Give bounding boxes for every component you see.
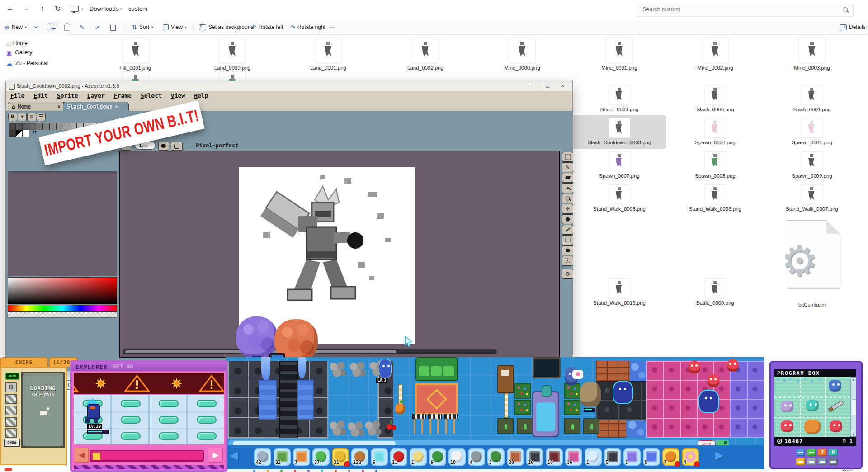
chef-sprite[interactable]	[804, 420, 821, 434]
tool-move-button[interactable]: ✛	[562, 204, 573, 214]
file-item[interactable]: Spawn_0001.png	[767, 118, 857, 145]
locker-capsule[interactable]	[159, 416, 179, 424]
palette-swatch[interactable]	[9, 130, 16, 137]
scroll-down-icon[interactable]: ▼	[851, 433, 856, 436]
taskbar-app-dot[interactable]	[321, 470, 323, 472]
file-item[interactable]: Battle_0000.png	[670, 278, 760, 306]
file-item[interactable]: Shoot_0003.png	[574, 85, 665, 112]
net-right-arrow[interactable]: ▶	[208, 448, 223, 463]
palette-swatch[interactable]	[29, 123, 36, 130]
hotbar-slot-burger[interactable]: 223	[351, 448, 368, 466]
file-item[interactable]: Stand_Walk_0007.png	[767, 184, 857, 212]
palette-swatch[interactable]	[15, 130, 23, 137]
file-item[interactable]: Slash_0001.png	[767, 85, 857, 112]
menu-sprite[interactable]: Sprite	[52, 91, 83, 99]
heart-bird[interactable]	[708, 374, 719, 387]
hotbar-slot-flowers[interactable]: 9	[429, 448, 446, 466]
tool-bucket-button[interactable]	[562, 214, 573, 224]
palette-swatch[interactable]	[22, 130, 29, 137]
brick-floor[interactable]	[597, 420, 627, 438]
palette-swatch[interactable]	[49, 123, 57, 130]
file-item[interactable]: Hit_0001.png	[90, 38, 181, 71]
taskbar-app-dot[interactable]	[307, 470, 310, 472]
hue-slider[interactable]	[8, 305, 117, 312]
file-item[interactable]: Slash_Cooldown_0003.png	[574, 118, 665, 145]
locker-capsule[interactable]	[159, 432, 179, 440]
pixel-perfect-checkbox[interactable]: ✓Pixel-perfect	[190, 142, 238, 149]
menu-view[interactable]: View	[166, 91, 189, 99]
color-saturation-picker[interactable]	[8, 277, 117, 304]
hotbar-slot-red-tile[interactable]: 10	[546, 448, 563, 466]
flower-bed[interactable]	[514, 400, 531, 415]
tool-blob-button[interactable]	[562, 245, 573, 255]
vending-machine[interactable]	[497, 365, 514, 393]
auto-button[interactable]: AUTO	[5, 373, 19, 380]
brick-floor[interactable]	[596, 361, 630, 381]
close-icon[interactable]: ×	[115, 104, 118, 110]
tool-rect-button[interactable]	[562, 235, 573, 245]
file-item[interactable]: Mine_0003.png	[767, 38, 857, 71]
flower-bed[interactable]	[564, 400, 580, 415]
list-app[interactable]	[807, 458, 816, 465]
hotbar-slot-card[interactable]: 6	[371, 448, 388, 466]
orange-fruit[interactable]	[395, 403, 405, 414]
blue-creature[interactable]	[613, 381, 633, 404]
taskbar-app-dot[interactable]	[253, 470, 255, 472]
teal-bot-sprite[interactable]	[806, 400, 819, 411]
file-item[interactable]: Spawn_0009.png	[767, 151, 857, 179]
save-app[interactable]	[807, 449, 816, 456]
locker-capsule[interactable]	[159, 400, 179, 407]
golem-npc[interactable]	[580, 382, 601, 406]
sword-sprite[interactable]	[828, 400, 844, 412]
locker-capsule[interactable]	[121, 432, 141, 440]
menu-select[interactable]: Select	[136, 91, 166, 99]
chips-tab[interactable]: CHIPS	[0, 357, 48, 367]
rock-cluster[interactable]	[364, 420, 382, 436]
canvas-viewport[interactable]	[119, 151, 560, 358]
explorer-net-titlebar[interactable]: EXPLORER .NET 40	[72, 362, 226, 371]
palette-options-button[interactable]	[37, 113, 46, 121]
maximize-button[interactable]: □	[540, 81, 555, 90]
tool-dropper-button[interactable]	[562, 183, 573, 193]
close-icon[interactable]: ×	[57, 104, 61, 110]
flower-bed[interactable]	[564, 383, 580, 399]
scrollbar-thumb[interactable]	[852, 399, 856, 415]
heart-bot-sprite[interactable]	[830, 420, 842, 432]
hotbar-slot-fries[interactable]: 31	[332, 448, 349, 466]
file-item[interactable]: Mine_0001.png	[574, 38, 665, 71]
menu-file[interactable]: File	[6, 91, 29, 99]
palette-swatch[interactable]	[42, 123, 50, 130]
hotbar-slot-globe[interactable]: 1	[585, 448, 602, 466]
sprout-plot[interactable]	[564, 418, 580, 434]
tool-marquee-button[interactable]	[562, 152, 573, 162]
hotbar-slot-gadget[interactable]: 42	[254, 448, 271, 466]
sprout-plot[interactable]	[583, 418, 599, 434]
locker-capsule[interactable]	[121, 416, 141, 424]
mail-app[interactable]	[796, 449, 805, 456]
taskbar-app-dot[interactable]	[280, 470, 283, 472]
net-left-arrow[interactable]: ◀	[75, 448, 89, 463]
hotbar-slot-bush[interactable]: 5	[487, 448, 505, 466]
file-item[interactable]: Slash_0000.png	[670, 85, 760, 112]
taskbar-app-dot[interactable]	[267, 470, 269, 472]
alpha-slider[interactable]	[8, 312, 117, 318]
seven-app[interactable]: 7	[818, 449, 827, 456]
palette-lock-button[interactable]	[8, 113, 17, 121]
tool-eraser-button[interactable]	[562, 173, 573, 183]
hotbar-right-arrow[interactable]: ▶	[715, 449, 723, 462]
file-item[interactable]: Stand_Walk_0013.png	[574, 278, 665, 306]
blue-beast-sprite[interactable]	[829, 380, 841, 392]
file-item[interactable]: Land_0001.png	[283, 38, 373, 71]
tool-zoom-button[interactable]	[562, 194, 573, 203]
hotbar-slot-egg[interactable]: 1	[410, 448, 427, 466]
palette-swatch[interactable]	[36, 123, 43, 130]
tool-gear-button[interactable]: ⚙	[562, 269, 573, 279]
taskbar-app-dot[interactable]	[335, 470, 337, 472]
file-item[interactable]: Land_0002.png	[380, 38, 471, 71]
taskbar-app-dot[interactable]	[375, 470, 377, 472]
minimize-button[interactable]: –	[524, 81, 540, 90]
hotbar-left-arrow[interactable]: ◀	[230, 449, 238, 462]
file-item[interactable]: Stand_Walk_0006.png	[670, 184, 760, 212]
hotbar-slot-barrel[interactable]: 33	[274, 448, 291, 466]
heart-bot-sprite[interactable]	[781, 420, 793, 432]
